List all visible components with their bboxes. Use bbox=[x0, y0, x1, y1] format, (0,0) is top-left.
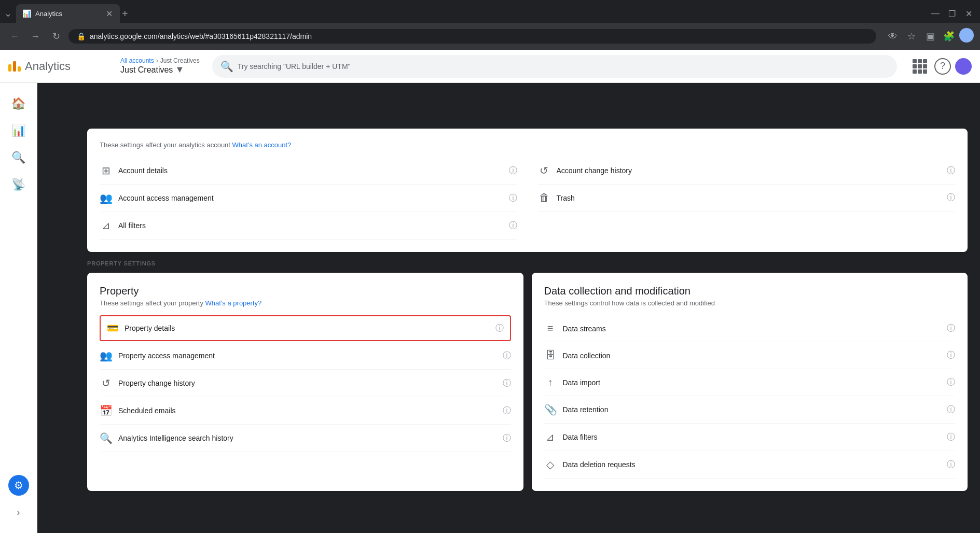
all-filters-item[interactable]: ⊿ All filters ⓘ bbox=[100, 212, 517, 240]
tab-favicon: 📊 bbox=[22, 9, 31, 18]
property-change-icon: ↺ bbox=[100, 377, 112, 389]
bookmark-star-icon[interactable]: ☆ bbox=[903, 28, 920, 45]
property-change-history-item[interactable]: ↺ Property change history ⓘ bbox=[100, 370, 511, 397]
trash-label: Trash bbox=[557, 194, 941, 202]
url-bar[interactable]: 🔒 analytics.google.com/analytics/web/#a3… bbox=[68, 29, 876, 44]
data-streams-help-icon[interactable]: ⓘ bbox=[947, 323, 955, 334]
help-icon[interactable]: ? bbox=[934, 58, 951, 75]
account-change-history-item[interactable]: ↺ Account change history ⓘ bbox=[538, 157, 956, 185]
search-bar[interactable]: 🔍 Try searching "URL builder + UTM" bbox=[212, 55, 897, 78]
new-tab-button[interactable]: + bbox=[122, 8, 128, 20]
data-collection-card: Data collection and modification These s… bbox=[532, 273, 968, 491]
account-items-right: ↺ Account change history ⓘ 🗑 Trash ⓘ bbox=[538, 157, 956, 240]
tab-view-icon[interactable]: ▣ bbox=[922, 28, 938, 45]
data-retention-label: Data retention bbox=[563, 405, 941, 414]
ai-search-icon: 🔍 bbox=[100, 432, 112, 444]
app-header: Analytics All accounts › Just Creatives … bbox=[0, 50, 980, 83]
data-collection-item[interactable]: 🗄 Data collection ⓘ bbox=[544, 342, 956, 369]
scheduled-emails-item[interactable]: 📅 Scheduled emails ⓘ bbox=[100, 397, 511, 425]
property-change-label: Property change history bbox=[118, 379, 496, 387]
back-button[interactable]: ← bbox=[6, 28, 23, 45]
breadcrumb: All accounts › Just Creatives bbox=[120, 57, 200, 64]
account-items-left: ⊞ Account details ⓘ 👥 Account access man… bbox=[100, 157, 517, 240]
trash-help-icon[interactable]: ⓘ bbox=[947, 192, 955, 203]
change-history-help-icon[interactable]: ⓘ bbox=[947, 165, 955, 176]
logo-bar-2 bbox=[13, 61, 16, 72]
scheduled-emails-help-icon[interactable]: ⓘ bbox=[503, 405, 511, 416]
data-deletion-help-icon[interactable]: ⓘ bbox=[947, 459, 955, 470]
property-data-grid: Property These settings affect your prop… bbox=[87, 273, 968, 499]
property-access-help-icon[interactable]: ⓘ bbox=[503, 350, 511, 361]
data-deletion-icon: ◇ bbox=[544, 458, 557, 471]
property-items: 💳 Property details ⓘ 👥 Property access m… bbox=[100, 315, 511, 452]
account-selector[interactable]: All accounts › Just Creatives Just Creat… bbox=[120, 57, 200, 75]
trash-item[interactable]: 🗑 Trash ⓘ bbox=[538, 185, 956, 212]
extension-icon[interactable]: 🧩 bbox=[941, 28, 957, 45]
reload-button[interactable]: ↻ bbox=[48, 28, 64, 45]
user-avatar[interactable] bbox=[955, 58, 972, 75]
address-bar: ← → ↻ 🔒 analytics.google.com/analytics/w… bbox=[0, 23, 980, 50]
property-change-help-icon[interactable]: ⓘ bbox=[503, 378, 511, 389]
close-button[interactable]: ✕ bbox=[961, 6, 976, 21]
data-import-icon: ↑ bbox=[544, 376, 557, 388]
data-filters-help-icon[interactable]: ⓘ bbox=[947, 432, 955, 443]
scheduled-emails-label: Scheduled emails bbox=[118, 406, 496, 415]
maximize-button[interactable]: ❐ bbox=[945, 6, 959, 21]
data-retention-help-icon[interactable]: ⓘ bbox=[947, 404, 955, 415]
account-access-item[interactable]: 👥 Account access management ⓘ bbox=[100, 185, 517, 212]
property-details-item[interactable]: 💳 Property details ⓘ bbox=[100, 315, 511, 341]
minimize-button[interactable]: — bbox=[928, 6, 943, 21]
admin-settings-button[interactable]: ⚙ bbox=[8, 475, 29, 496]
app-title: Analytics bbox=[25, 60, 71, 73]
logo-bar-3 bbox=[18, 66, 21, 72]
data-retention-item[interactable]: 📎 Data retention ⓘ bbox=[544, 396, 956, 424]
all-filters-help-icon[interactable]: ⓘ bbox=[509, 220, 517, 231]
selected-account: Just Creatives bbox=[120, 65, 173, 75]
ai-search-label: Analytics Intelligence search history bbox=[118, 434, 496, 442]
sidebar-expand-button[interactable]: › bbox=[6, 500, 31, 525]
tab-dropdown-btn[interactable]: ⌄ bbox=[4, 8, 12, 19]
ai-search-history-item[interactable]: 🔍 Analytics Intelligence search history … bbox=[100, 425, 511, 452]
whats-account-link[interactable]: What's an account? bbox=[232, 141, 292, 149]
property-details-help-icon[interactable]: ⓘ bbox=[495, 323, 504, 334]
ga-logo bbox=[8, 61, 21, 72]
eye-slash-icon[interactable]: 👁 bbox=[885, 28, 901, 45]
url-security-icon: 🔒 bbox=[77, 32, 86, 40]
change-history-label: Account change history bbox=[557, 166, 941, 175]
logo-area: Analytics bbox=[8, 60, 112, 73]
property-card: Property These settings affect your prop… bbox=[87, 273, 523, 491]
tab-close-button[interactable]: ✕ bbox=[105, 8, 114, 20]
sidebar-item-home[interactable]: 🏠 bbox=[6, 91, 31, 116]
logo-bar-1 bbox=[8, 64, 11, 72]
sidebar-item-reports[interactable]: 📊 bbox=[6, 118, 31, 143]
window-controls: — ❐ ✕ bbox=[928, 6, 976, 21]
sidebar-item-explore[interactable]: 🔍 bbox=[6, 145, 31, 170]
apps-grid-icon[interactable] bbox=[909, 56, 930, 77]
sidebar-bottom: ⚙ › bbox=[6, 475, 31, 525]
data-deletion-item[interactable]: ◇ Data deletion requests ⓘ bbox=[544, 451, 956, 479]
data-collection-help-icon[interactable]: ⓘ bbox=[947, 350, 955, 361]
header-actions: ? bbox=[909, 56, 972, 77]
account-name-dropdown[interactable]: Just Creatives ▼ bbox=[120, 64, 200, 75]
trash-icon: 🗑 bbox=[538, 192, 550, 204]
data-filters-item[interactable]: ⊿ Data filters ⓘ bbox=[544, 424, 956, 451]
account-access-help-icon[interactable]: ⓘ bbox=[509, 193, 517, 204]
data-import-help-icon[interactable]: ⓘ bbox=[947, 377, 955, 388]
account-details-help-icon[interactable]: ⓘ bbox=[509, 165, 517, 176]
data-streams-item[interactable]: ≡ Data streams ⓘ bbox=[544, 315, 956, 342]
all-accounts-link[interactable]: All accounts bbox=[120, 57, 154, 64]
data-import-item[interactable]: ↑ Data import ⓘ bbox=[544, 369, 956, 396]
data-deletion-label: Data deletion requests bbox=[563, 460, 941, 469]
account-details-item[interactable]: ⊞ Account details ⓘ bbox=[100, 157, 517, 185]
sidebar-item-advertising[interactable]: 📡 bbox=[6, 172, 31, 197]
user-profile-avatar[interactable] bbox=[959, 28, 974, 43]
browser-toolbar: 👁 ☆ ▣ 🧩 bbox=[885, 28, 974, 45]
active-tab[interactable]: 📊 Analytics ✕ bbox=[16, 4, 120, 23]
forward-button[interactable]: → bbox=[27, 28, 44, 45]
data-filters-icon: ⊿ bbox=[544, 431, 557, 443]
ai-search-help-icon[interactable]: ⓘ bbox=[503, 433, 511, 444]
whats-property-link[interactable]: What's a property? bbox=[205, 299, 262, 307]
dropdown-arrow-icon: ▼ bbox=[175, 64, 184, 75]
property-access-item[interactable]: 👥 Property access management ⓘ bbox=[100, 342, 511, 370]
property-details-label: Property details bbox=[125, 324, 489, 332]
